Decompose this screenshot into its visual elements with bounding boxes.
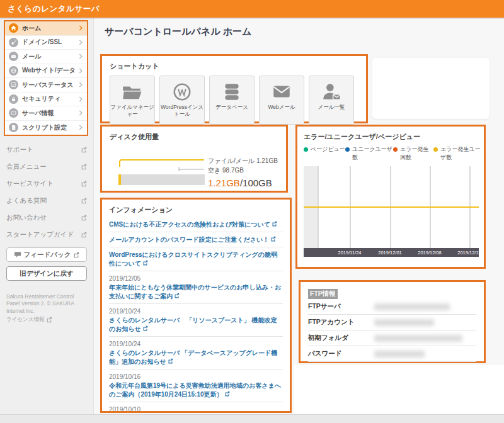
chevron-right-icon	[79, 40, 83, 45]
chevron-right-icon	[79, 110, 83, 116]
disk-free-label: 空き 98.7GB	[208, 166, 244, 175]
legend-item-pageviews: ページビュー	[304, 145, 345, 161]
mail-list-person-icon	[321, 82, 342, 101]
app-title: さくらのレンタルサーバ	[0, 4, 100, 14]
sidebar-item-server-info[interactable]: サーバ情報	[5, 106, 87, 121]
external-link-icon	[81, 164, 87, 170]
info-entry-link[interactable]: CMSにおける不正アクセスの危険性および対策について	[109, 221, 270, 228]
link-label: サポート	[6, 145, 81, 154]
disk-usage-title: ディスク使用量	[110, 132, 286, 142]
external-link-icon	[81, 215, 87, 221]
sidebar-item-label: ドメイン/SSL	[22, 38, 79, 47]
external-link-icon	[174, 293, 180, 298]
shortcut-label: データベース	[215, 104, 248, 111]
sidebar-item-script-settings[interactable]: スクリプト設定	[5, 121, 87, 135]
external-link-icon	[224, 391, 230, 397]
mail-list-button[interactable]: メール一覧	[309, 76, 354, 125]
info-entry-date: 2019/12/05	[109, 274, 283, 283]
feedback-button[interactable]: フィードバック	[6, 247, 87, 262]
link-label: 会員メニュー	[6, 162, 81, 171]
sidebar-link-contact[interactable]: お問い合わせ	[6, 209, 87, 226]
x-axis-date: 2019/12/08	[418, 250, 442, 256]
shortcut-buttons: ファイルマネージャー WordPressインストール データベース Webメール…	[110, 76, 358, 125]
sidebar-item-security[interactable]: セキュリティ	[5, 93, 87, 107]
sidebar-item-website-data[interactable]: Webサイト/データ	[5, 64, 87, 79]
link-label: よくある質問	[6, 196, 81, 205]
app-header: さくらのレンタルサーバ	[0, 0, 504, 18]
info-entry: 2019/10/16令和元年台風第19号による災害救助法適用地域のお客さまへのご…	[109, 369, 283, 402]
shortcuts-title: ショートカット	[110, 62, 358, 71]
sidebar-item-domain-ssl[interactable]: ドメイン/SSL	[5, 36, 87, 50]
info-entry-link[interactable]: 年末年始にともなう休業期間中のサービスのお申し込み・お支払いに関するご案内	[109, 284, 281, 300]
sidebar-link-faq[interactable]: よくある質問	[6, 192, 87, 209]
stats-legend: ページビュー ユニークユーザ数 エラー発生回数 エラー発生ユーザ数	[304, 145, 484, 161]
content-background-panel	[294, 365, 504, 414]
redacted-value	[374, 351, 425, 358]
shortcut-label: Webメール	[268, 104, 295, 111]
x-axis-date: 2019/12/01	[378, 250, 402, 256]
info-entry-date: 2019/10/10	[109, 405, 283, 414]
external-link-icon	[81, 198, 87, 204]
sidebar-item-label: Webサイト/データ	[22, 66, 79, 75]
legend-item-unique-users: ユニークユーザ数	[345, 145, 393, 161]
webmail-button[interactable]: Webメール	[259, 76, 304, 125]
ftp-row-label: パスワード	[308, 349, 374, 358]
external-link-icon	[81, 232, 87, 238]
link-label: お問い合わせ	[6, 213, 81, 222]
ftp-row-account: FTPアカウント	[308, 315, 476, 330]
info-entry-date: 2019/10/24	[109, 307, 283, 316]
external-link-icon	[81, 181, 87, 187]
server-status-icon	[9, 80, 18, 89]
wordpress-install-button[interactable]: WordPressインストール	[159, 76, 205, 125]
info-entry: WordPressにおけるクロスサイトスクリプティングの脆弱性について	[109, 247, 283, 271]
info-entry-link[interactable]: 令和元年台風第19号による災害救助法適用地域のお客さまへのご案内（2019年10…	[109, 382, 281, 398]
redacted-value	[374, 335, 462, 342]
info-entry: 2019/10/24さくらのレンタルサーバ 「データベースアップグレード機能」追…	[109, 337, 283, 369]
sidebar-item-mail[interactable]: メール	[5, 50, 87, 64]
ftp-row-server: FTPサーバ	[308, 299, 476, 315]
license-link-label: ライセンス情報	[6, 316, 45, 323]
file-manager-button[interactable]: ファイルマネージャー	[110, 76, 155, 125]
database-button[interactable]: データベース	[209, 76, 255, 125]
sidebar-link-service-site[interactable]: サービスサイト	[6, 175, 87, 192]
webmail-envelope-icon	[271, 82, 292, 101]
ftp-row-initial-folder: 初期フォルダ	[308, 330, 476, 346]
sidebar-item-label: メール	[22, 52, 79, 61]
sidebar: ホーム ドメイン/SSL メール Webサイト/データ サーバステータス	[0, 18, 93, 423]
sidebar-item-label: スクリプト設定	[22, 123, 79, 132]
info-entry: 2019/10/10「さくらのレンタルサーバロゴデザインコンテスト」を実施	[109, 402, 283, 413]
sidebar-link-startup-guide[interactable]: スタートアップガイド	[6, 226, 87, 243]
license-text: Sakura Rentalserver Control Panel Versio…	[6, 293, 87, 315]
sidebar-menu: ホーム ドメイン/SSL メール Webサイト/データ サーバステータス	[4, 20, 88, 136]
sidebar-link-support[interactable]: サポート	[6, 141, 87, 158]
sidebar-item-home[interactable]: ホーム	[5, 21, 87, 36]
info-entry-link[interactable]: メールアカウントのパスワード設定にご注意ください！	[109, 236, 269, 243]
error-users-series-line	[304, 206, 479, 208]
disk-usage-chart: ファイル/メール 1.21GB 空き 98.7GB 1.21GB/100GB	[110, 143, 286, 193]
x-axis-bar: 2019/11/24 2019/12/01 2019/12/08 2019/12…	[304, 248, 479, 257]
website-data-icon	[9, 66, 18, 76]
link-label: サービスサイト	[6, 179, 81, 188]
sidebar-link-member-menu[interactable]: 会員メニュー	[6, 158, 87, 175]
wordpress-icon	[171, 82, 193, 101]
legend-label: ユニークユーザ数	[352, 145, 393, 161]
info-entry-link[interactable]: さくらのレンタルサーバ 「リソースブースト」 機能改定のお知らせ	[109, 317, 277, 332]
shortcut-label: メール一覧	[318, 104, 345, 111]
ftp-info-title: FTP情報	[308, 289, 338, 299]
external-link-icon	[168, 358, 173, 364]
license-area: Sakura Rentalserver Control Panel Versio…	[6, 293, 87, 324]
domain-ssl-icon	[9, 38, 18, 47]
footer-strip	[0, 414, 504, 423]
license-link[interactable]: ライセンス情報	[6, 316, 52, 323]
ftp-row-label: FTPアカウント	[308, 318, 374, 327]
old-design-button[interactable]: 旧デザインに戻す	[6, 266, 87, 281]
chevron-right-icon	[79, 25, 83, 31]
info-entry-link[interactable]: WordPressにおけるクロスサイトスクリプティングの脆弱性について	[109, 251, 277, 267]
shortcut-label: WordPressインストール	[160, 104, 204, 117]
sidebar-item-server-status[interactable]: サーバステータス	[5, 78, 87, 93]
ftp-row-label: FTPサーバ	[308, 302, 374, 311]
info-entry-link[interactable]: さくらのレンタルサーバ 「データベースアップグレード機能」追加のお知らせ	[109, 349, 277, 365]
external-link-icon	[73, 252, 79, 258]
information-card: インフォメーション CMSにおける不正アクセスの危険性および対策について メール…	[100, 198, 292, 413]
info-entry-date: 2019/10/24	[109, 340, 283, 349]
